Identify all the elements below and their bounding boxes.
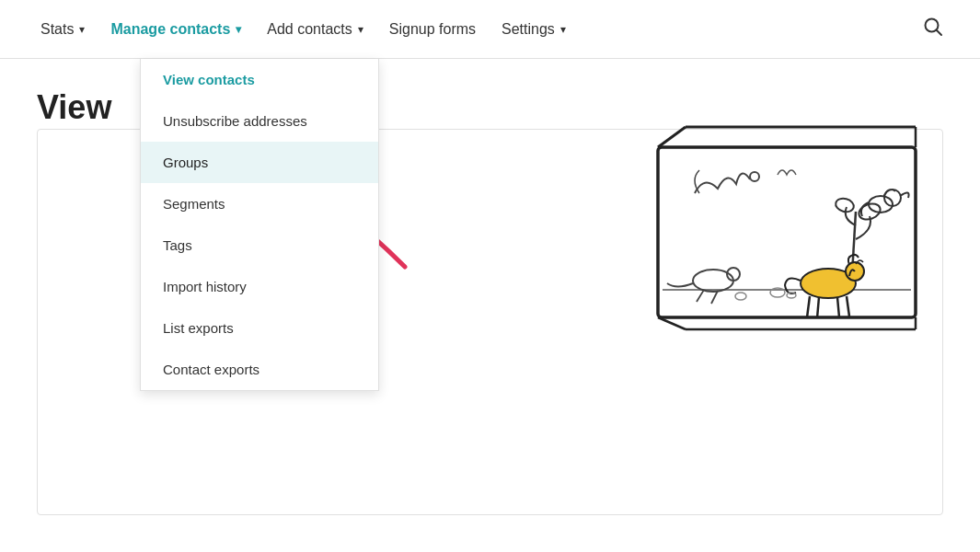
dropdown-item-view-contacts[interactable]: View contacts bbox=[141, 59, 378, 100]
nav-item-add-contacts[interactable]: Add contacts ▾ bbox=[256, 14, 375, 45]
nav-item-manage-contacts[interactable]: Manage contacts ▾ bbox=[99, 14, 252, 45]
search-icon bbox=[923, 17, 943, 37]
nav-label-add-contacts: Add contacts bbox=[267, 21, 352, 38]
nav-item-stats[interactable]: Stats ▾ bbox=[29, 14, 96, 45]
svg-line-4 bbox=[658, 127, 686, 147]
navbar: Stats ▾ Manage contacts ▾ Add contacts ▾… bbox=[0, 0, 980, 59]
svg-line-1 bbox=[937, 30, 942, 36]
nav-label-stats: Stats bbox=[40, 21, 74, 38]
nav-item-signup-forms[interactable]: Signup forms bbox=[378, 14, 487, 45]
chevron-stats-icon: ▾ bbox=[79, 23, 85, 36]
dropdown-item-tags[interactable]: Tags bbox=[141, 224, 378, 266]
chevron-manage-contacts-icon: ▾ bbox=[236, 23, 241, 36]
illustration-svg bbox=[649, 120, 925, 331]
nav-label-settings: Settings bbox=[502, 21, 555, 38]
dropdown-item-segments[interactable]: Segments bbox=[141, 183, 378, 224]
nav-label-signup-forms: Signup forms bbox=[389, 21, 476, 38]
chevron-add-contacts-icon: ▾ bbox=[358, 23, 363, 36]
chevron-settings-icon: ▾ bbox=[560, 23, 566, 36]
illustration bbox=[649, 120, 925, 331]
dropdown-item-import-history[interactable]: Import history bbox=[141, 266, 378, 307]
dropdown-item-list-exports[interactable]: List exports bbox=[141, 307, 378, 349]
manage-contacts-dropdown: View contacts Unsubscribe addresses Grou… bbox=[140, 59, 379, 391]
svg-line-7 bbox=[658, 317, 686, 329]
nav-item-settings[interactable]: Settings ▾ bbox=[490, 14, 577, 45]
dropdown-item-contact-exports[interactable]: Contact exports bbox=[141, 349, 378, 390]
dropdown-item-groups[interactable]: Groups bbox=[141, 142, 378, 183]
search-button[interactable] bbox=[916, 9, 951, 49]
nav-label-manage-contacts: Manage contacts bbox=[110, 21, 230, 38]
dropdown-item-unsubscribe-addresses[interactable]: Unsubscribe addresses bbox=[141, 100, 378, 142]
